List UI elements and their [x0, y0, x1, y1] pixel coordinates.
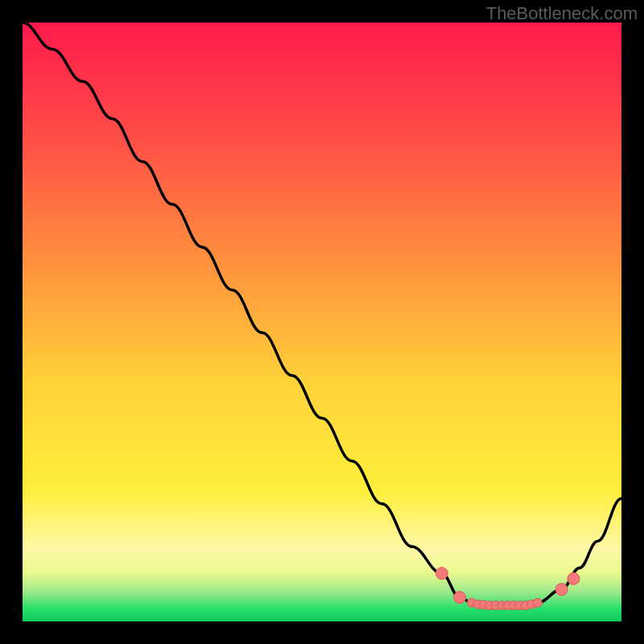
curve-marker [436, 568, 448, 580]
curve-markers [23, 23, 621, 621]
curve-marker [533, 598, 542, 607]
curve-marker [555, 584, 568, 596]
curve-marker [568, 572, 580, 584]
curve-marker [454, 592, 466, 604]
watermark-label: TheBottleneck.com [486, 3, 638, 24]
chart-container: TheBottleneck.com [0, 0, 644, 644]
plot-area [23, 23, 621, 621]
